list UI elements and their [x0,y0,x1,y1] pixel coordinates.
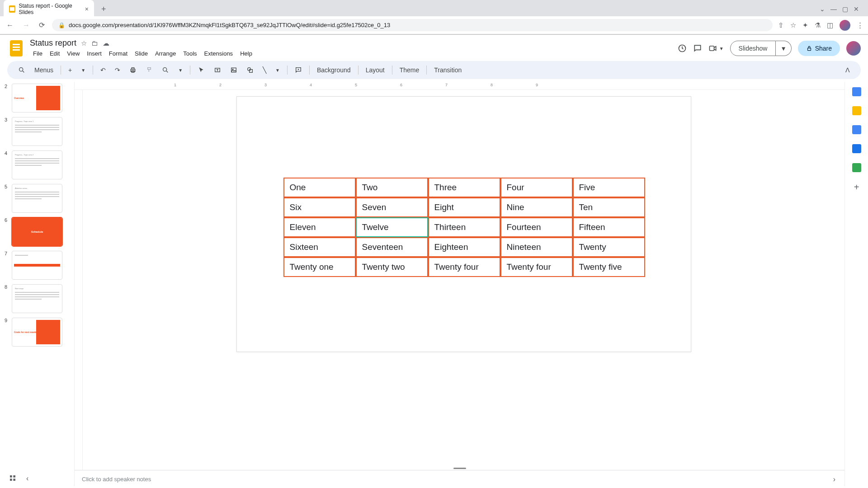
extensions-icon[interactable]: ✦ [802,21,808,29]
table-cell[interactable]: Fourteen [500,217,573,237]
star-icon[interactable]: ☆ [81,39,87,47]
slideshow-button[interactable]: Slideshow [730,41,776,56]
table-cell[interactable]: Twenty four [428,257,500,277]
close-window-icon[interactable]: ✕ [854,5,859,13]
print-button[interactable] [126,64,140,76]
transition-button[interactable]: Transition [430,64,465,76]
menu-view[interactable]: View [64,49,83,58]
slideshow-dropdown[interactable]: ▼ [776,41,791,56]
table-cell[interactable]: Nine [500,197,573,217]
menus-button[interactable]: Menus [31,64,57,76]
document-title[interactable]: Status report [30,38,76,48]
profile-avatar[interactable] [840,20,850,31]
table-cell[interactable]: Twenty four [500,257,573,277]
comment-tool[interactable] [291,64,306,76]
share-url-icon[interactable]: ⇧ [778,21,784,29]
table-cell[interactable]: Thirteen [428,217,500,237]
canvas-viewport[interactable]: OneTwoThreeFourFiveSixSevenEightNineTenE… [83,90,844,486]
sidepanel-icon[interactable]: ◫ [827,21,833,29]
table-cell[interactable]: Twenty five [573,257,645,277]
menu-help[interactable]: Help [237,49,255,58]
slide-thumbnail[interactable]: Overview [12,84,62,113]
image-tool[interactable] [226,64,241,76]
forward-button[interactable]: → [21,19,32,31]
zoom-dropdown[interactable]: ▼ [175,65,186,75]
table-cell[interactable]: Twelve [356,217,428,237]
redo-button[interactable]: ↷ [111,64,124,76]
table-cell[interactable]: Eighteen [428,237,500,257]
zoom-button[interactable] [158,64,173,76]
background-button[interactable]: Background [313,64,354,76]
undo-button[interactable]: ↶ [97,64,109,76]
table-cell[interactable]: Sixteen [283,237,356,257]
next-slide-icon[interactable]: › [831,474,837,485]
menu-extensions[interactable]: Extensions [201,49,236,58]
slide-thumbnail[interactable] [12,251,62,280]
table-cell[interactable]: Two [356,178,428,197]
notes-resize-handle[interactable] [453,468,466,469]
address-bar[interactable]: 🔒 docs.google.com/presentation/d/1Kl976W… [52,19,773,31]
menu-format[interactable]: Format [106,49,131,58]
line-tool[interactable]: ╲ [259,64,270,76]
browser-tab[interactable]: Status report - Google Slides × [4,0,94,18]
slide-canvas[interactable]: OneTwoThreeFourFiveSixSevenEightNineTenE… [236,96,691,352]
search-menus-icon[interactable] [14,64,29,76]
table-cell[interactable]: Ten [573,197,645,217]
slides-panel[interactable]: 2Overview3Progress - Topic area 14Progre… [0,82,75,486]
move-icon[interactable]: 🗀 [91,39,98,47]
table-cell[interactable]: Nineteen [500,237,573,257]
grid-view-icon[interactable] [7,473,18,484]
menu-edit[interactable]: Edit [47,49,63,58]
slides-logo[interactable] [7,39,25,57]
table-cell[interactable]: Four [500,178,573,197]
speaker-notes-bar[interactable]: Click to add speaker notes › [75,470,844,486]
collapse-toolbar-icon[interactable]: ᐱ [842,64,854,76]
share-button[interactable]: Share [798,41,840,56]
slide-thumbnail[interactable]: Schedule [12,217,62,246]
table-cell[interactable]: Seven [356,197,428,217]
comments-icon[interactable] [693,44,702,53]
chrome-menu-icon[interactable]: ⋮ [857,21,863,29]
table-cell[interactable]: Five [573,178,645,197]
bookmark-icon[interactable]: ☆ [790,21,796,29]
slide-thumbnail[interactable]: Progress - Topic area 1 [12,117,62,146]
theme-button[interactable]: Theme [396,64,423,76]
shape-tool[interactable] [243,64,257,76]
slide-thumbnail[interactable]: Progress - Topic area 2 [12,150,62,179]
slide-thumbnail[interactable]: Attention areas [12,184,62,213]
prev-slide-icon[interactable]: ‹ [24,473,30,484]
maximize-icon[interactable]: ▢ [842,5,848,13]
add-addon-icon[interactable]: + [854,182,859,192]
new-slide-button[interactable]: + [65,64,75,76]
layout-button[interactable]: Layout [362,64,388,76]
table-cell[interactable]: Six [283,197,356,217]
table-cell[interactable]: Eight [428,197,500,217]
slide-thumbnail[interactable]: Goals for next meeting [12,318,62,347]
labs-icon[interactable]: ⚗ [815,21,821,29]
textbox-tool[interactable] [210,64,225,76]
minimize-icon[interactable]: — [830,5,837,13]
table-cell[interactable]: Fifteen [573,217,645,237]
table-cell[interactable]: One [283,178,356,197]
table-cell[interactable]: Twenty two [356,257,428,277]
menu-file[interactable]: File [30,49,46,58]
menu-arrange[interactable]: Arrange [152,49,179,58]
chevron-down-icon[interactable]: ⌄ [820,5,825,13]
slide-thumbnail[interactable]: Next steps [12,284,62,313]
menu-tools[interactable]: Tools [180,49,200,58]
contacts-icon[interactable] [852,144,861,153]
table-cell[interactable]: Eleven [283,217,356,237]
line-dropdown[interactable]: ▼ [272,65,283,75]
menu-slide[interactable]: Slide [132,49,151,58]
table-cell[interactable]: Three [428,178,500,197]
meet-icon[interactable] [708,44,717,53]
account-avatar[interactable] [846,41,861,56]
cloud-status-icon[interactable]: ☁ [103,39,109,47]
meet-dropdown-icon[interactable]: ▼ [719,46,724,51]
notes-placeholder[interactable]: Click to add speaker notes [82,476,831,483]
paint-format-button[interactable] [142,64,156,76]
close-tab-icon[interactable]: × [85,5,89,13]
table-cell[interactable]: Twenty one [283,257,356,277]
menu-insert[interactable]: Insert [84,49,105,58]
table-cell[interactable]: Seventeen [356,237,428,257]
